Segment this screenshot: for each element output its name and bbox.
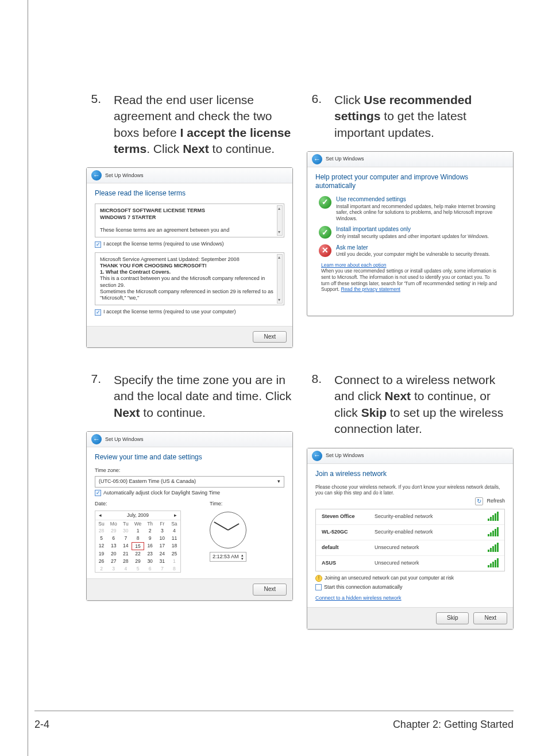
dialog-heading: Review your time and date settings: [95, 453, 284, 462]
shield-check-icon: ✓: [319, 226, 331, 239]
important-updates-option[interactable]: ✓ Install important updates onlyOnly ins…: [319, 226, 501, 239]
step-number: 7.: [86, 372, 101, 421]
calendar-day[interactable]: 6: [144, 565, 156, 573]
checkbox-icon: [315, 584, 322, 590]
dialog-heading: Please read the license terms: [95, 189, 284, 198]
step-5: 5. Read the end user license agreement a…: [86, 92, 293, 157]
dialog-heading: Join a wireless network: [315, 470, 505, 478]
back-icon[interactable]: ←: [91, 434, 102, 444]
time-input[interactable]: 2:12:53 AM ▴▾: [210, 552, 246, 562]
warning-icon: !: [315, 575, 322, 582]
calendar-day[interactable]: 8: [168, 565, 180, 573]
screenshot-wireless: ← Set Up Windows Join a wireless network…: [307, 448, 514, 630]
calendar-day[interactable]: 25: [168, 550, 180, 558]
calendar-day[interactable]: 5: [132, 565, 144, 573]
signal-bars-icon: [488, 544, 499, 552]
wifi-row[interactable]: defaultUnsecured network: [316, 540, 504, 556]
use-recommended-option[interactable]: ✓ Use recommended settingsInstall import…: [319, 196, 501, 221]
refresh-label[interactable]: Refresh: [487, 498, 505, 504]
step-number: 8.: [307, 372, 322, 437]
calendar-day[interactable]: 6: [107, 535, 119, 542]
spinner-icon[interactable]: ▴▾: [241, 554, 244, 560]
calendar[interactable]: ◂ July, 2009 ▸ SuMoTuWeThFrSa28293012345…: [95, 511, 181, 573]
calendar-day[interactable]: 2: [95, 565, 107, 573]
calendar-day[interactable]: 9: [144, 535, 156, 542]
calendar-day[interactable]: 29: [132, 558, 144, 565]
calendar-day[interactable]: 27: [107, 558, 119, 565]
wifi-row[interactable]: Steven OfficeSecurity-enabled network: [316, 509, 504, 525]
step-text: Read the end user license agreement and …: [114, 92, 293, 157]
calendar-day[interactable]: 28: [95, 527, 107, 535]
back-icon[interactable]: ←: [312, 154, 322, 164]
back-icon[interactable]: ←: [312, 451, 322, 461]
hidden-network-link[interactable]: Connect to a hidden wireless network: [315, 595, 402, 601]
calendar-day[interactable]: 20: [107, 550, 119, 558]
calendar-day[interactable]: 12: [95, 542, 107, 551]
privacy-link[interactable]: Read the privacy statement: [341, 286, 400, 292]
scrollbar[interactable]: [277, 205, 283, 236]
calendar-day[interactable]: 14: [119, 542, 132, 551]
next-button[interactable]: Next: [253, 584, 287, 596]
accept-computer-checkbox[interactable]: ✓ I accept the license terms (required t…: [95, 309, 284, 315]
calendar-day[interactable]: 31: [156, 558, 168, 565]
calendar-day[interactable]: 3: [107, 565, 119, 573]
step-number: 5.: [86, 92, 101, 157]
calendar-day[interactable]: 16: [144, 542, 156, 551]
auto-connect-checkbox[interactable]: Start this connection automatically: [315, 584, 505, 590]
checkbox-icon: ✓: [95, 241, 101, 248]
calendar-day[interactable]: 11: [168, 535, 180, 542]
calendar-day[interactable]: 24: [156, 550, 168, 558]
next-month-icon[interactable]: ▸: [174, 512, 177, 519]
calendar-day[interactable]: 10: [156, 535, 168, 542]
calendar-day[interactable]: 17: [156, 542, 168, 551]
step-text: Specify the time zone you are in and the…: [114, 372, 293, 421]
calendar-day[interactable]: 3: [156, 527, 168, 535]
dialog-heading: Help protect your computer and improve W…: [315, 173, 505, 190]
analog-clock: [210, 512, 246, 548]
calendar-day[interactable]: 29: [107, 527, 119, 535]
dst-checkbox[interactable]: ✓ Automatically adjust clock for Dayligh…: [95, 490, 284, 496]
back-icon[interactable]: ←: [91, 170, 102, 181]
scrollbar[interactable]: [277, 254, 283, 304]
calendar-day[interactable]: 4: [119, 565, 132, 573]
window-title: Set Up Windows: [105, 172, 144, 179]
calendar-day[interactable]: 5: [95, 535, 107, 542]
calendar-day[interactable]: 13: [107, 542, 119, 551]
calendar-day[interactable]: 26: [95, 558, 107, 565]
calendar-day[interactable]: 19: [95, 550, 107, 558]
calendar-day[interactable]: 30: [119, 527, 132, 535]
checkbox-icon: ✓: [95, 309, 101, 316]
calendar-day[interactable]: 7: [119, 535, 132, 542]
calendar-day[interactable]: 2: [144, 527, 156, 535]
wifi-row[interactable]: ASUSUnsecured network: [316, 556, 504, 571]
window-title: Set Up Windows: [105, 436, 144, 443]
calendar-day[interactable]: 30: [144, 558, 156, 565]
calendar-day[interactable]: 21: [119, 550, 132, 558]
calendar-day[interactable]: 15: [132, 542, 144, 551]
calendar-day[interactable]: 1: [168, 558, 180, 565]
learn-more-link[interactable]: Learn more about each option: [321, 262, 386, 268]
calendar-day[interactable]: 28: [119, 558, 132, 565]
shield-x-icon: ✕: [319, 244, 331, 257]
calendar-day[interactable]: 1: [132, 527, 144, 535]
next-button[interactable]: Next: [253, 331, 287, 343]
calendar-day[interactable]: 23: [144, 550, 156, 558]
skip-button[interactable]: Skip: [436, 612, 469, 624]
window-title: Set Up Windows: [326, 156, 364, 162]
calendar-day[interactable]: 22: [132, 550, 144, 558]
calendar-day[interactable]: 8: [132, 535, 144, 542]
calendar-day[interactable]: 18: [168, 542, 180, 551]
refresh-icon[interactable]: ↻: [475, 497, 483, 505]
screenshot-license-terms: ← Set Up Windows Please read the license…: [86, 167, 293, 348]
wifi-row[interactable]: WL-520GCSecurity-enabled network: [316, 525, 504, 540]
timezone-select[interactable]: (UTC-05:00) Eastern Time (US & Canada) ▾: [95, 476, 284, 487]
calendar-day[interactable]: 4: [168, 527, 180, 535]
prev-month-icon[interactable]: ◂: [99, 512, 102, 519]
accept-windows-checkbox[interactable]: ✓ I accept the license terms (required t…: [95, 241, 284, 247]
screenshot-protect-computer: ← Set Up Windows Help protect your compu…: [307, 151, 514, 316]
checkbox-icon: ✓: [95, 490, 101, 496]
next-button[interactable]: Next: [473, 612, 507, 624]
chapter-title: Chapter 2: Getting Started: [393, 719, 514, 731]
calendar-day[interactable]: 7: [156, 565, 168, 573]
ask-me-later-option[interactable]: ✕ Ask me laterUntil you decide, your com…: [319, 244, 501, 258]
